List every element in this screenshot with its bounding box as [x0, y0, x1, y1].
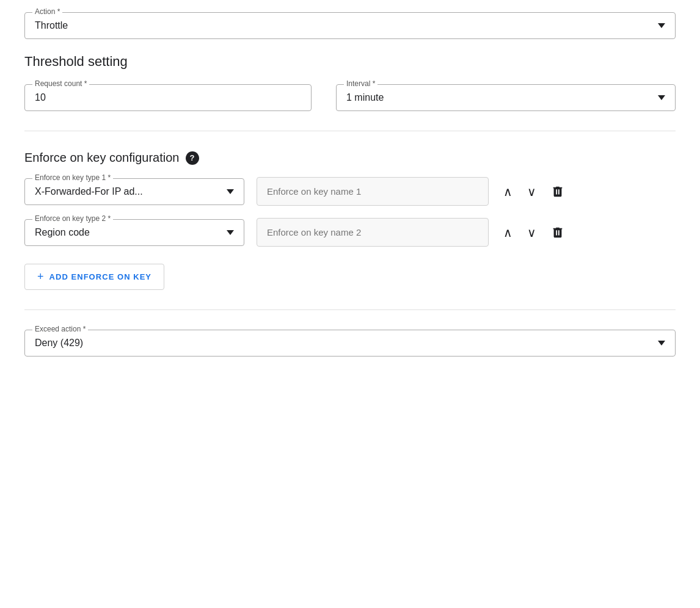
enforce-type-2-dropdown-icon	[227, 230, 234, 235]
threshold-heading: Threshold setting	[24, 54, 676, 70]
enforce-type-2-value: Region code	[35, 227, 90, 238]
up-arrow-2-icon: ∧	[503, 226, 512, 239]
action-value: Throttle	[35, 20, 68, 31]
exceed-action-field[interactable]: Exceed action * Deny (429)	[24, 330, 676, 356]
enforce-type-1-dropdown-icon	[227, 189, 234, 194]
move-down-2-button[interactable]: ∨	[525, 224, 539, 241]
interval-field[interactable]: Interval * 1 minute	[336, 84, 676, 111]
request-count-label: Request count *	[32, 79, 89, 88]
interval-dropdown-icon	[658, 95, 665, 100]
exceed-action-label: Exceed action *	[32, 325, 88, 333]
down-arrow-2-icon: ∨	[527, 226, 536, 239]
help-icon[interactable]: ?	[186, 151, 199, 165]
enforce-type-1-label: Enforce on key type 1 *	[32, 173, 113, 182]
request-count-field[interactable]: Request count * 10	[24, 84, 312, 111]
enforce-row-1: Enforce on key type 1 * X-Forwarded-For …	[24, 177, 676, 206]
enforce-type-2-field[interactable]: Enforce on key type 2 * Region code	[24, 219, 244, 246]
enforce-name-2-input[interactable]	[267, 227, 478, 237]
enforce-name-1-input[interactable]	[267, 186, 478, 197]
action-dropdown-icon	[658, 23, 665, 28]
enforce-row-2-actions: ∧ ∨	[501, 223, 567, 242]
enforce-row-1-actions: ∧ ∨	[501, 183, 567, 201]
enforce-row-2: Enforce on key type 2 * Region code ∧ ∨	[24, 218, 676, 247]
trash-2-icon	[551, 226, 564, 239]
action-label: Action *	[32, 7, 62, 16]
request-count-value: 10	[35, 92, 46, 103]
exceed-action-value: Deny (429)	[35, 338, 83, 349]
interval-label: Interval *	[344, 79, 377, 88]
delete-2-button[interactable]	[549, 223, 567, 242]
delete-1-button[interactable]	[549, 183, 567, 201]
enforce-name-2-input-wrap[interactable]	[257, 218, 489, 247]
enforce-type-1-value: X-Forwarded-For IP ad...	[35, 186, 143, 197]
divider-1	[24, 131, 676, 131]
add-enforce-key-button[interactable]: + ADD ENFORCE ON KEY	[24, 264, 164, 290]
enforce-type-2-label: Enforce on key type 2 *	[32, 214, 113, 223]
add-enforce-key-label: ADD ENFORCE ON KEY	[49, 272, 152, 281]
enforce-heading: Enforce on key configuration	[24, 151, 180, 165]
enforce-name-1-input-wrap[interactable]	[257, 177, 489, 206]
divider-2	[24, 309, 676, 310]
interval-value: 1 minute	[346, 92, 384, 103]
move-up-2-button[interactable]: ∧	[501, 224, 515, 241]
move-up-1-button[interactable]: ∧	[501, 183, 515, 200]
exceed-action-dropdown-icon	[658, 341, 665, 346]
action-field[interactable]: Action * Throttle	[24, 12, 676, 39]
move-down-1-button[interactable]: ∨	[525, 183, 539, 200]
trash-1-icon	[551, 185, 564, 198]
down-arrow-1-icon: ∨	[527, 186, 536, 198]
enforce-type-1-field[interactable]: Enforce on key type 1 * X-Forwarded-For …	[24, 178, 244, 205]
add-plus-icon: +	[37, 270, 45, 283]
up-arrow-1-icon: ∧	[503, 186, 512, 198]
